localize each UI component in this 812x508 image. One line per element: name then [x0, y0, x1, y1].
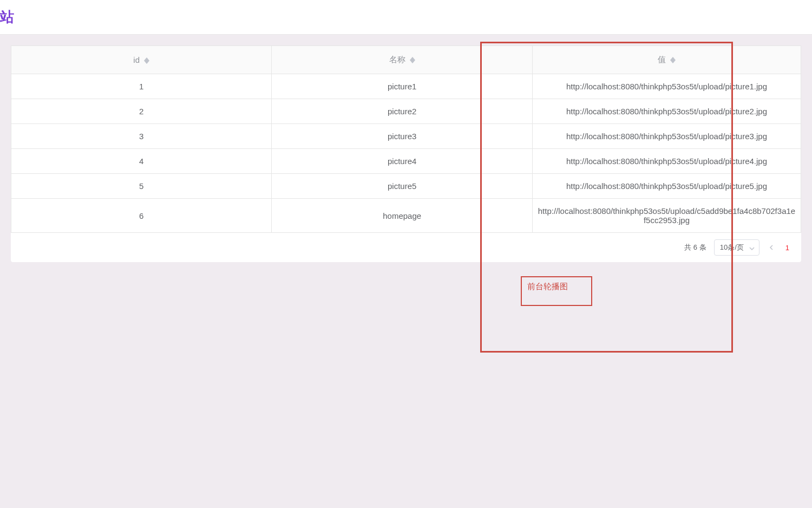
sort-icon[interactable] [670, 57, 676, 63]
table-header-row: id 名称 值 [11, 46, 801, 74]
column-label: 名称 [389, 55, 405, 64]
chevron-down-icon [749, 244, 755, 252]
table-body: 1 picture1 http://localhost:8080/thinkph… [11, 74, 801, 233]
page-title: 站 [0, 8, 812, 27]
page-header: 站 [0, 0, 812, 35]
pagination-total: 共 6 条 [684, 243, 706, 252]
page-size-label: 10条/页 [720, 243, 744, 252]
column-header-id[interactable]: id [11, 46, 272, 74]
cell-name: homepage [272, 199, 532, 233]
cell-value: http://localhost:8080/thinkphp53os5t/upl… [532, 199, 801, 233]
data-table: id 名称 值 [11, 45, 801, 233]
cell-id: 2 [11, 99, 272, 124]
cell-id: 6 [11, 199, 272, 233]
table-card: id 名称 值 [11, 45, 801, 262]
sort-icon[interactable] [144, 57, 149, 64]
table-row[interactable]: 1 picture1 http://localhost:8080/thinkph… [11, 74, 801, 99]
cell-value: http://localhost:8080/thinkphp53os5t/upl… [532, 99, 801, 124]
column-label: id [133, 55, 140, 64]
table-row[interactable]: 6 homepage http://localhost:8080/thinkph… [11, 199, 801, 233]
cell-name: picture1 [272, 74, 532, 99]
cell-id: 4 [11, 149, 272, 174]
cell-value: http://localhost:8080/thinkphp53os5t/upl… [532, 124, 801, 149]
column-header-name[interactable]: 名称 [272, 46, 532, 74]
pagination: 共 6 条 10条/页 1 [11, 233, 801, 262]
table-row[interactable]: 5 picture5 http://localhost:8080/thinkph… [11, 174, 801, 199]
pagination-page-1[interactable]: 1 [783, 244, 791, 252]
table-row[interactable]: 3 picture3 http://localhost:8080/thinkph… [11, 124, 801, 149]
cell-name: picture2 [272, 99, 532, 124]
annotation-label-text: 前台轮播图 [527, 282, 568, 291]
annotation-label-box: 前台轮播图 [521, 276, 592, 306]
cell-name: picture3 [272, 124, 532, 149]
cell-id: 1 [11, 74, 272, 99]
pagination-prev[interactable] [767, 244, 776, 252]
column-header-value[interactable]: 值 [532, 46, 801, 74]
table-row[interactable]: 2 picture2 http://localhost:8080/thinkph… [11, 99, 801, 124]
cell-value: http://localhost:8080/thinkphp53os5t/upl… [532, 74, 801, 99]
cell-value: http://localhost:8080/thinkphp53os5t/upl… [532, 149, 801, 174]
cell-value: http://localhost:8080/thinkphp53os5t/upl… [532, 174, 801, 199]
cell-id: 5 [11, 174, 272, 199]
cell-id: 3 [11, 124, 272, 149]
table-row[interactable]: 4 picture4 http://localhost:8080/thinkph… [11, 149, 801, 174]
sort-icon[interactable] [410, 57, 415, 63]
column-label: 值 [658, 55, 666, 64]
cell-name: picture4 [272, 149, 532, 174]
page-size-select[interactable]: 10条/页 [714, 239, 759, 256]
cell-name: picture5 [272, 174, 532, 199]
content-area: id 名称 值 [0, 35, 812, 273]
